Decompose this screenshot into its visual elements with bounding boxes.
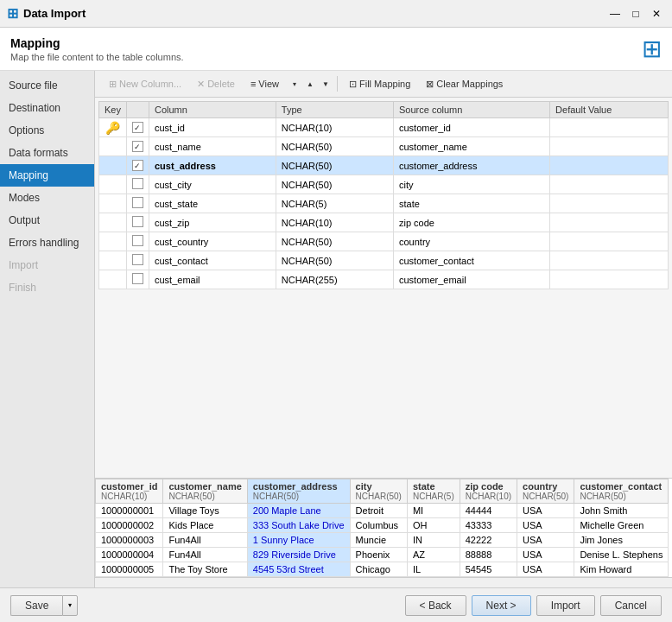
preview-scrollbar[interactable] — [95, 577, 672, 587]
preview-col-header: countryNCHAR(50) — [517, 479, 574, 504]
minimize-button[interactable]: — — [606, 5, 624, 22]
view-dropdown-button[interactable]: ▾ — [288, 74, 301, 93]
check-cell[interactable] — [126, 251, 149, 270]
sidebar-item-finish: Finish — [0, 276, 94, 299]
check-cell[interactable] — [126, 175, 149, 194]
view-button[interactable]: ≡ View — [244, 75, 286, 92]
table-row[interactable]: cust_contactNCHAR(50)customer_contact — [99, 251, 669, 270]
column-cell: cust_zip — [149, 213, 276, 232]
preview-cell: The Toy Store — [163, 562, 247, 577]
sidebar-item-output[interactable]: Output — [0, 209, 94, 232]
table-row[interactable]: cust_stateNCHAR(5)state — [99, 194, 669, 213]
check-cell[interactable] — [126, 194, 149, 213]
delete-button[interactable]: ✕ Delete — [190, 75, 242, 93]
mapping-table: Key Column Type Source column Default Va… — [98, 101, 669, 289]
content-area: Source file Destination Options Data for… — [0, 71, 672, 587]
back-button[interactable]: < Back — [405, 595, 466, 616]
preview-cell: AZ — [407, 548, 460, 562]
sidebar-item-mapping[interactable]: Mapping — [0, 164, 94, 187]
default-cell — [550, 251, 669, 270]
default-cell — [550, 118, 669, 137]
import-button[interactable]: Import — [536, 595, 595, 616]
clear-mappings-button[interactable]: ⊠ Clear Mappings — [419, 75, 510, 93]
preview-cell: 1000000001 — [96, 504, 163, 518]
row-checkbox[interactable] — [132, 235, 143, 246]
sidebar-item-options[interactable]: Options — [0, 119, 94, 142]
check-cell[interactable] — [126, 156, 149, 175]
key-cell — [99, 194, 127, 213]
check-cell[interactable] — [126, 270, 149, 289]
sidebar: Source file Destination Options Data for… — [0, 71, 95, 587]
preview-cell: Kids Place — [163, 518, 247, 533]
down-arrow-button[interactable]: ▼ — [319, 74, 333, 93]
new-column-icon: ⊞ — [109, 79, 117, 90]
preview-row: 1000000004Fun4All829 Riverside DrivePhoe… — [96, 548, 669, 562]
fill-mapping-button[interactable]: ⊡ Fill Mapping — [342, 75, 417, 93]
preview-cell: 1 Sunny Place — [247, 533, 350, 548]
sidebar-item-source-file[interactable]: Source file — [0, 74, 94, 97]
row-checkbox[interactable] — [132, 273, 143, 284]
preview-section: customer_idNCHAR(10)customer_nameNCHAR(5… — [95, 478, 672, 587]
source-cell: country — [393, 232, 549, 251]
header-icon: ⊞ — [642, 35, 662, 63]
sidebar-item-destination[interactable]: Destination — [0, 97, 94, 119]
key-cell — [99, 137, 127, 156]
preview-cell: 1000000002 — [96, 518, 163, 533]
check-cell[interactable] — [126, 137, 149, 156]
sidebar-item-data-formats[interactable]: Data formats — [0, 142, 94, 164]
preview-cell: USA — [517, 548, 574, 562]
column-cell: cust_state — [149, 194, 276, 213]
check-cell[interactable] — [126, 213, 149, 232]
key-cell — [99, 156, 127, 175]
table-row[interactable]: cust_addressNCHAR(50)customer_address — [99, 156, 669, 175]
default-cell — [550, 175, 669, 194]
sidebar-item-import: Import — [0, 254, 94, 276]
check-cell[interactable] — [126, 118, 149, 137]
sidebar-item-errors-handling[interactable]: Errors handling — [0, 232, 94, 254]
column-cell: cust_name — [149, 137, 276, 156]
preview-cell: 1000000003 — [96, 533, 163, 548]
header-area: Mapping Map the file content to the tabl… — [0, 28, 672, 71]
titlebar-controls: — □ ✕ — [606, 5, 665, 22]
row-checkbox[interactable] — [132, 141, 143, 152]
preview-cell: USA — [517, 504, 574, 518]
save-button[interactable]: Save — [10, 595, 62, 616]
preview-cell: 829 Riverside Drive — [247, 548, 350, 562]
preview-cell: 54545 — [460, 562, 517, 577]
preview-table: customer_idNCHAR(10)customer_nameNCHAR(5… — [95, 479, 669, 577]
maximize-button[interactable]: □ — [627, 5, 644, 22]
type-cell: NCHAR(50) — [276, 156, 393, 175]
save-dropdown-button[interactable]: ▾ — [62, 595, 78, 616]
cancel-button[interactable]: Cancel — [600, 595, 662, 616]
preview-cell: 333 South Lake Drive — [247, 518, 350, 533]
row-checkbox[interactable] — [132, 160, 143, 171]
preview-cell: Chicago — [350, 562, 407, 577]
default-cell — [550, 156, 669, 175]
preview-col-header: cityNCHAR(50) — [350, 479, 407, 504]
table-row[interactable]: cust_countryNCHAR(50)country — [99, 232, 669, 251]
default-cell — [550, 232, 669, 251]
default-cell — [550, 194, 669, 213]
row-checkbox[interactable] — [132, 122, 143, 133]
preview-cell: John Smith — [574, 504, 669, 518]
type-cell: NCHAR(10) — [276, 118, 393, 137]
row-checkbox[interactable] — [132, 216, 143, 227]
table-row[interactable]: cust_zipNCHAR(10)zip code — [99, 213, 669, 232]
up-arrow-button[interactable]: ▲ — [303, 74, 317, 93]
table-row[interactable]: 🔑cust_idNCHAR(10)customer_id — [99, 118, 669, 137]
next-button[interactable]: Next > — [472, 595, 531, 616]
check-cell[interactable] — [126, 232, 149, 251]
preview-cell: 43333 — [460, 518, 517, 533]
sidebar-item-modes[interactable]: Modes — [0, 187, 94, 209]
preview-cell: Detroit — [350, 504, 407, 518]
close-button[interactable]: ✕ — [648, 5, 665, 22]
type-cell: NCHAR(255) — [276, 270, 393, 289]
type-cell: NCHAR(50) — [276, 251, 393, 270]
table-row[interactable]: cust_emailNCHAR(255)customer_email — [99, 270, 669, 289]
row-checkbox[interactable] — [132, 254, 143, 265]
table-row[interactable]: cust_cityNCHAR(50)city — [99, 175, 669, 194]
new-column-button[interactable]: ⊞ New Column... — [102, 75, 188, 93]
row-checkbox[interactable] — [132, 197, 143, 208]
row-checkbox[interactable] — [132, 178, 143, 189]
table-row[interactable]: cust_nameNCHAR(50)customer_name — [99, 137, 669, 156]
